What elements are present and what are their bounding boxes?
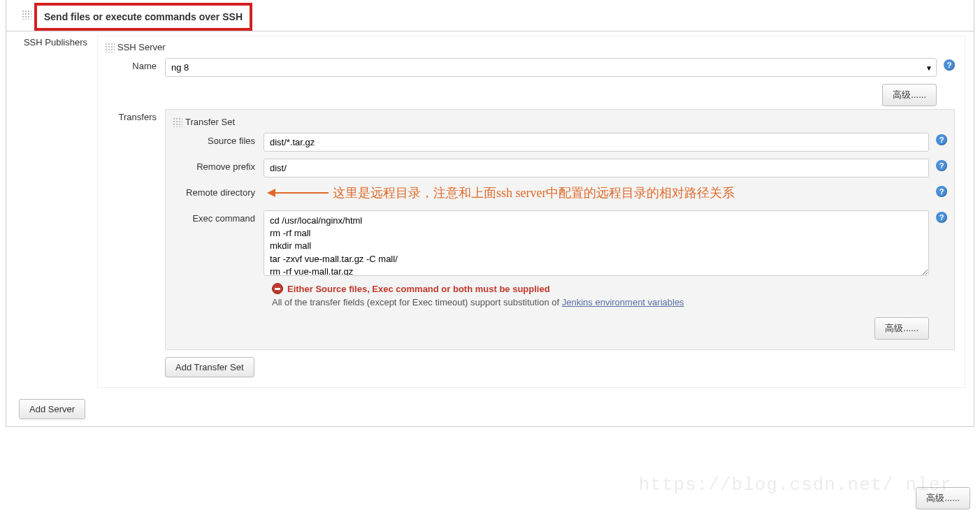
ssh-server-legend: SSH Server	[105, 42, 955, 52]
help-icon[interactable]: ?	[936, 160, 947, 171]
remove-prefix-input[interactable]	[264, 159, 929, 177]
drag-handle-icon	[173, 117, 182, 127]
add-transfer-set-button[interactable]: Add Transfer Set	[165, 357, 254, 377]
transfer-advanced-button[interactable]: 高级......	[874, 317, 929, 340]
name-label: Name	[105, 58, 165, 71]
section-title: Send files or execute commands over SSH	[34, 3, 252, 31]
svg-marker-1	[267, 189, 275, 197]
exec-command-label: Exec command	[173, 210, 264, 224]
jenkins-env-vars-link[interactable]: Jenkins environment variables	[562, 297, 684, 307]
drag-handle-icon	[22, 10, 31, 20]
help-icon[interactable]: ?	[944, 59, 955, 71]
ssh-server-advanced-button[interactable]: 高级......	[882, 84, 937, 106]
bottom-advanced-button[interactable]: 高级......	[916, 487, 970, 509]
exec-command-textarea[interactable]	[264, 210, 929, 276]
annotation-remote-dir: 这里是远程目录，注意和上面ssh server中配置的远程目录的相对路径关系	[267, 184, 735, 201]
ssh-publishers-label: SSH Publishers	[19, 36, 97, 388]
remote-directory-label: Remote directory	[173, 184, 264, 198]
watermark: https://blog.csdn.net/ nler	[639, 474, 952, 495]
info-text: All of the transfer fields (except for E…	[272, 297, 929, 307]
transfers-label: Transfers	[105, 109, 165, 122]
source-files-input[interactable]	[264, 133, 929, 152]
drag-handle-icon	[105, 43, 115, 52]
help-icon[interactable]: ?	[936, 134, 947, 145]
help-icon[interactable]: ?	[936, 186, 947, 197]
error-message: Either Source files, Exec command or bot…	[287, 284, 550, 294]
remove-prefix-label: Remove prefix	[173, 159, 264, 172]
ssh-server-name-select[interactable]: ng 8	[165, 58, 937, 77]
help-icon[interactable]: ?	[936, 212, 947, 223]
transfer-set-legend: Transfer Set	[173, 117, 947, 127]
error-icon	[272, 283, 283, 294]
add-server-button[interactable]: Add Server	[19, 399, 85, 419]
source-files-label: Source files	[173, 133, 264, 146]
